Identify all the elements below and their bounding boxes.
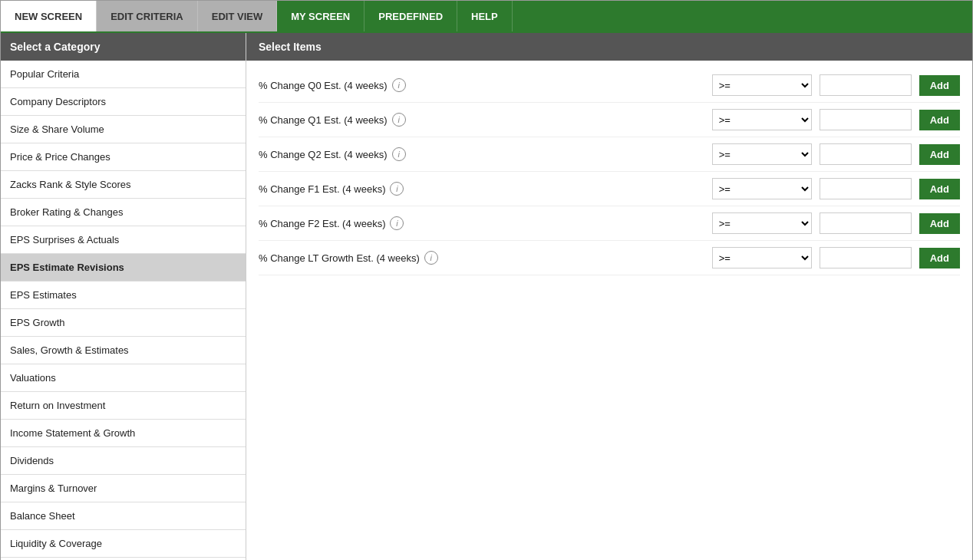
app-container: NEW SCREEN EDIT CRITERIA EDIT VIEW MY SC… [0,0,973,560]
sidebar-header: Select a Category [1,33,246,61]
sidebar-item-valuations[interactable]: Valuations [1,364,246,392]
criteria-row-change-lt-growth: % Change LT Growth Est. (4 weeks) i >=<=… [259,241,960,275]
criteria-input-change-lt-growth[interactable] [820,247,912,268]
sidebar: Select a Category Popular Criteria Compa… [1,33,246,560]
criteria-label-change-q0: % Change Q0 Est. (4 weeks) i [259,78,704,92]
info-icon-change-lt-growth[interactable]: i [424,251,438,265]
main-layout: Select a Category Popular Criteria Compa… [1,31,972,560]
operator-select-change-f2[interactable]: >=<==>< [712,212,812,234]
top-nav: NEW SCREEN EDIT CRITERIA EDIT VIEW MY SC… [1,1,972,31]
add-button-change-f1[interactable]: Add [919,179,960,199]
add-button-change-lt-growth[interactable]: Add [919,248,960,268]
operator-select-change-q1[interactable]: >=<==>< [712,109,812,130]
criteria-label-text-change-f2: % Change F2 Est. (4 weeks) [259,218,385,229]
criteria-row-change-q0: % Change Q0 Est. (4 weeks) i >=<==>< Add [259,68,960,103]
sidebar-item-size-share-volume[interactable]: Size & Share Volume [1,116,246,143]
criteria-input-change-q0[interactable] [820,74,912,96]
criteria-label-change-f2: % Change F2 Est. (4 weeks) i [259,216,704,230]
criteria-row-change-f1: % Change F1 Est. (4 weeks) i >=<==>< Add [259,172,960,206]
tab-edit-view[interactable]: EDIT VIEW [198,1,277,31]
criteria-input-change-f2[interactable] [820,212,912,234]
content-body: % Change Q0 Est. (4 weeks) i >=<==>< Add… [246,61,972,560]
sidebar-item-eps-estimates[interactable]: EPS Estimates [1,282,246,309]
sidebar-item-income-statement-growth[interactable]: Income Statement & Growth [1,420,246,447]
criteria-label-text-change-f1: % Change F1 Est. (4 weeks) [259,183,385,195]
add-button-change-q0[interactable]: Add [919,75,960,96]
tab-new-screen[interactable]: NEW SCREEN [1,1,97,31]
content-header: Select Items [246,33,972,61]
operator-select-change-q2[interactable]: >=<==>< [712,143,812,165]
tab-predefined[interactable]: PREDEFINED [364,1,457,31]
info-icon-change-q0[interactable]: i [392,78,406,92]
criteria-label-change-lt-growth: % Change LT Growth Est. (4 weeks) i [259,251,704,265]
criteria-label-text-change-q0: % Change Q0 Est. (4 weeks) [259,80,388,91]
criteria-input-change-q1[interactable] [820,109,912,130]
sidebar-item-margins-turnover[interactable]: Margins & Turnover [1,475,246,502]
add-button-change-f2[interactable]: Add [919,213,960,234]
sidebar-item-liquidity-coverage[interactable]: Liquidity & Coverage [1,530,246,558]
tab-edit-criteria[interactable]: EDIT CRITERIA [97,1,198,31]
info-icon-change-f1[interactable]: i [390,182,404,196]
content-area: Select Items % Change Q0 Est. (4 weeks) … [246,33,972,560]
criteria-row-change-q1: % Change Q1 Est. (4 weeks) i >=<==>< Add [259,103,960,137]
sidebar-item-zacks-rank-style-scores[interactable]: Zacks Rank & Style Scores [1,171,246,199]
sidebar-item-popular-criteria[interactable]: Popular Criteria [1,61,246,88]
criteria-label-text-change-q2: % Change Q2 Est. (4 weeks) [259,149,388,160]
criteria-row-change-q2: % Change Q2 Est. (4 weeks) i >=<==>< Add [259,137,960,172]
criteria-input-change-q2[interactable] [820,143,912,165]
sidebar-item-eps-growth[interactable]: EPS Growth [1,309,246,337]
info-icon-change-q2[interactable]: i [392,147,406,161]
add-button-change-q1[interactable]: Add [919,110,960,130]
operator-select-change-lt-growth[interactable]: >=<==>< [712,247,812,268]
criteria-label-text-change-q1: % Change Q1 Est. (4 weeks) [259,114,388,126]
criteria-label-change-f1: % Change F1 Est. (4 weeks) i [259,182,704,196]
sidebar-item-eps-surprises-actuals[interactable]: EPS Surprises & Actuals [1,226,246,254]
criteria-label-change-q1: % Change Q1 Est. (4 weeks) i [259,113,704,127]
add-button-change-q2[interactable]: Add [919,144,960,165]
sidebar-item-dividends[interactable]: Dividends [1,447,246,475]
criteria-row-change-f2: % Change F2 Est. (4 weeks) i >=<==>< Add [259,206,960,241]
operator-select-change-f1[interactable]: >=<==>< [712,178,812,199]
tab-help[interactable]: HELP [457,1,513,31]
criteria-label-change-q2: % Change Q2 Est. (4 weeks) i [259,147,704,161]
sidebar-item-price-price-changes[interactable]: Price & Price Changes [1,143,246,171]
sidebar-item-broker-rating-changes[interactable]: Broker Rating & Changes [1,199,246,226]
sidebar-item-return-on-investment[interactable]: Return on Investment [1,392,246,420]
sidebar-item-company-descriptors[interactable]: Company Descriptors [1,88,246,116]
info-icon-change-f2[interactable]: i [390,216,404,230]
sidebar-item-eps-estimate-revisions[interactable]: EPS Estimate Revisions [1,254,246,282]
info-icon-change-q1[interactable]: i [392,113,406,127]
tab-my-screen[interactable]: MY SCREEN [277,1,364,31]
criteria-label-text-change-lt-growth: % Change LT Growth Est. (4 weeks) [259,252,420,264]
criteria-input-change-f1[interactable] [820,178,912,199]
operator-select-change-q0[interactable]: >=<==>< [712,74,812,96]
sidebar-item-balance-sheet[interactable]: Balance Sheet [1,502,246,530]
sidebar-item-sales-growth-estimates[interactable]: Sales, Growth & Estimates [1,337,246,364]
